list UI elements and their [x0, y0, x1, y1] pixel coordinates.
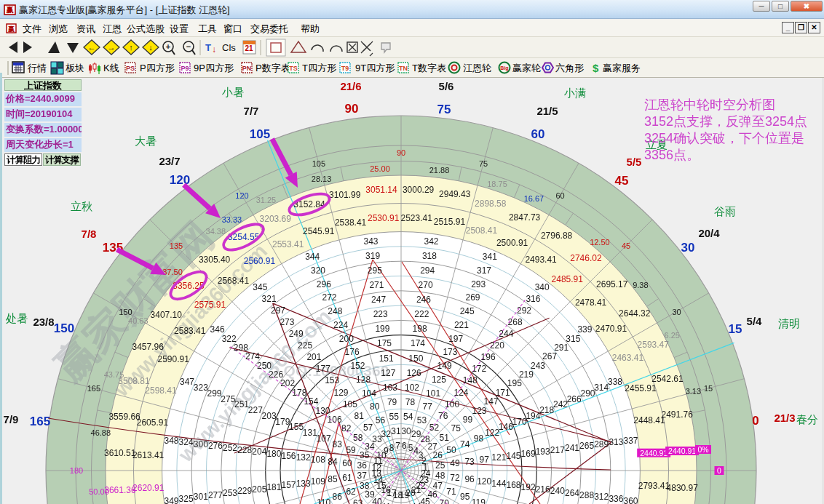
svg-text:246: 246: [416, 295, 431, 305]
svg-text:120: 120: [235, 191, 248, 200]
svg-text:341: 341: [483, 252, 497, 262]
svg-text:314: 314: [594, 383, 609, 393]
svg-text:47: 47: [433, 481, 443, 491]
svg-text:203: 203: [262, 411, 277, 421]
svg-text:3.13: 3.13: [686, 387, 701, 396]
svg-text:3051.14: 3051.14: [365, 185, 397, 195]
svg-text:4830.97: 4830.97: [667, 483, 699, 493]
svg-text:80: 80: [370, 401, 380, 412]
svg-text:269: 269: [465, 292, 480, 303]
svg-text:9.38: 9.38: [633, 281, 648, 289]
svg-text:271: 271: [369, 280, 384, 290]
svg-text:312: 312: [594, 492, 609, 502]
svg-text:2847.73: 2847.73: [509, 212, 541, 223]
svg-text:110: 110: [317, 497, 330, 504]
svg-text:348: 348: [164, 436, 178, 446]
svg-text:28.13: 28.13: [312, 175, 332, 183]
svg-text:2500.91: 2500.91: [496, 238, 528, 248]
svg-text:Big: Big: [500, 65, 508, 71]
svg-text:51: 51: [440, 433, 450, 443]
svg-text:192: 192: [521, 482, 536, 492]
svg-text:193: 193: [536, 447, 550, 457]
svg-text:↓: ↓: [212, 44, 216, 55]
svg-text:342: 342: [424, 236, 438, 247]
svg-text:165: 165: [87, 384, 100, 393]
svg-text:74: 74: [460, 439, 470, 449]
svg-text:108: 108: [311, 455, 325, 465]
svg-text:251: 251: [234, 399, 249, 409]
svg-text:82: 82: [341, 423, 352, 433]
svg-text:127: 127: [381, 368, 395, 378]
svg-text:171: 171: [496, 388, 510, 398]
svg-text:23/8: 23/8: [33, 316, 54, 328]
svg-text:299: 299: [207, 388, 221, 399]
svg-text:6: 6: [402, 441, 407, 451]
svg-text:+: +: [166, 42, 170, 51]
svg-text:59: 59: [346, 445, 356, 455]
svg-text:3152点支撑，反弹至3254点: 3152点支撑，反弹至3254点: [644, 114, 807, 129]
svg-text:2644.32: 2644.32: [619, 308, 651, 319]
svg-text:2440.91: 2440.91: [668, 447, 696, 455]
svg-text:79: 79: [387, 397, 397, 407]
svg-text:125: 125: [432, 375, 446, 385]
svg-text:174: 174: [411, 338, 425, 348]
svg-text:清明: 清明: [778, 317, 800, 329]
svg-text:56: 56: [376, 415, 386, 425]
svg-text:272: 272: [322, 292, 336, 303]
svg-text:12.50: 12.50: [590, 238, 610, 247]
svg-text:T数字表: T数字表: [412, 63, 446, 73]
svg-text:150: 150: [54, 321, 74, 335]
svg-text:6.25: 6.25: [665, 331, 680, 340]
svg-text:148: 148: [463, 375, 478, 385]
svg-text:25: 25: [435, 460, 445, 471]
svg-text:4: 4: [413, 446, 419, 456]
svg-text:77: 77: [423, 401, 433, 412]
svg-text:2538.41: 2538.41: [335, 217, 367, 228]
svg-text:267: 267: [542, 351, 557, 361]
svg-text:248: 248: [328, 306, 342, 316]
svg-text:165: 165: [30, 415, 50, 428]
svg-text:8: 8: [389, 443, 395, 453]
svg-text:37: 37: [357, 471, 368, 481]
svg-text:30: 30: [401, 426, 411, 436]
svg-text:181: 181: [266, 482, 281, 492]
svg-text:344: 344: [305, 252, 320, 262]
svg-text:赢: 赢: [7, 25, 15, 33]
svg-text:340: 340: [535, 282, 550, 292]
svg-text:325: 325: [179, 494, 194, 504]
svg-text:2598.41: 2598.41: [145, 385, 177, 396]
svg-text:2695.17: 2695.17: [596, 279, 628, 289]
svg-text:200: 200: [339, 334, 354, 344]
svg-text:↑: ↑: [129, 43, 133, 52]
svg-text:3: 3: [419, 450, 424, 460]
svg-text:7/9: 7/9: [4, 413, 19, 425]
svg-text:100: 100: [445, 399, 459, 409]
svg-text:0%: 0%: [697, 445, 708, 454]
svg-text:63: 63: [353, 498, 363, 504]
svg-text:247: 247: [371, 295, 386, 305]
svg-text:347: 347: [180, 377, 194, 387]
svg-text:2560.91: 2560.91: [244, 256, 276, 266]
svg-text:35: 35: [360, 450, 370, 460]
svg-text:70: 70: [440, 498, 450, 504]
svg-text:21: 21: [245, 44, 253, 52]
svg-text:2470.91: 2470.91: [595, 324, 627, 334]
svg-text:小暑: 小暑: [221, 86, 244, 98]
svg-text:153: 153: [325, 375, 339, 385]
svg-text:Cls: Cls: [222, 42, 236, 53]
svg-text:2440.91: 2440.91: [640, 449, 667, 457]
svg-text:21/3: 21/3: [774, 412, 795, 424]
svg-text:78: 78: [405, 397, 416, 407]
svg-text:245: 245: [460, 306, 475, 316]
svg-text:175: 175: [377, 338, 392, 348]
svg-text:六角形: 六角形: [555, 63, 584, 73]
svg-text:360: 360: [623, 496, 638, 504]
svg-text:P数字表: P数字表: [255, 63, 290, 73]
svg-text:290: 290: [580, 388, 595, 399]
svg-text:121: 121: [491, 452, 506, 463]
svg-text:323: 323: [194, 383, 208, 393]
svg-text:52: 52: [429, 423, 440, 433]
svg-text:218: 218: [539, 405, 554, 415]
svg-text:105: 105: [343, 399, 357, 409]
svg-text:317: 317: [477, 265, 491, 276]
